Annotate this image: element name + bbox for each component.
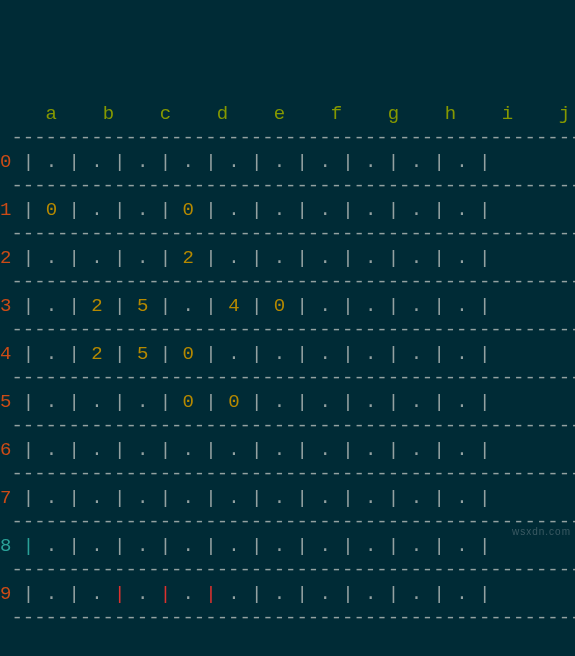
cell-i0[interactable]: . (411, 151, 422, 173)
cell-i4[interactable]: . (411, 343, 422, 365)
cell-c0[interactable]: . (137, 151, 148, 173)
cell-e0[interactable]: . (228, 151, 239, 173)
cell-a2[interactable]: . (46, 247, 57, 269)
cell-a5[interactable]: . (46, 391, 57, 413)
cell-c5[interactable]: . (137, 391, 148, 413)
cell-f4[interactable]: . (274, 343, 285, 365)
cell-b3[interactable]: 2 (91, 295, 102, 317)
cell-h6[interactable]: . (365, 439, 376, 461)
cell-b4[interactable]: 2 (91, 343, 102, 365)
cell-a6[interactable]: . (46, 439, 57, 461)
cell-b1[interactable]: . (91, 199, 102, 221)
cell-f2[interactable]: . (274, 247, 285, 269)
cell-d9[interactable]: . (183, 583, 194, 605)
cell-g0[interactable]: . (319, 151, 330, 173)
cell-g6[interactable]: . (319, 439, 330, 461)
cell-g1[interactable]: . (319, 199, 330, 221)
cell-c4[interactable]: 5 (137, 343, 148, 365)
cell-g9[interactable]: . (319, 583, 330, 605)
cell-h5[interactable]: . (365, 391, 376, 413)
cell-d0[interactable]: . (183, 151, 194, 173)
cell-e6[interactable]: . (228, 439, 239, 461)
cell-d2[interactable]: 2 (183, 247, 194, 269)
cell-a3[interactable]: . (46, 295, 57, 317)
cell-a1[interactable]: 0 (46, 199, 57, 221)
cell-i9[interactable]: . (411, 583, 422, 605)
cell-j6[interactable]: . (456, 439, 467, 461)
cell-a0[interactable]: . (46, 151, 57, 173)
cell-f5[interactable]: . (274, 391, 285, 413)
cell-e1[interactable]: . (228, 199, 239, 221)
cell-h9[interactable]: . (365, 583, 376, 605)
cell-h2[interactable]: . (365, 247, 376, 269)
cell-f7[interactable]: . (274, 487, 285, 509)
cell-f0[interactable]: . (274, 151, 285, 173)
cell-j0[interactable]: . (456, 151, 467, 173)
cell-i7[interactable]: . (411, 487, 422, 509)
cell-b8[interactable]: . (91, 535, 102, 557)
cell-c9[interactable]: . (137, 583, 148, 605)
cell-a9[interactable]: . (46, 583, 57, 605)
cell-g3[interactable]: . (319, 295, 330, 317)
cell-g8[interactable]: . (319, 535, 330, 557)
cell-j8[interactable]: . (456, 535, 467, 557)
cell-g7[interactable]: . (319, 487, 330, 509)
cell-f1[interactable]: . (274, 199, 285, 221)
cell-h8[interactable]: . (365, 535, 376, 557)
cell-b6[interactable]: . (91, 439, 102, 461)
cell-b9[interactable]: . (91, 583, 102, 605)
cell-c8[interactable]: . (137, 535, 148, 557)
cell-e3[interactable]: 4 (228, 295, 239, 317)
cell-d1[interactable]: 0 (183, 199, 194, 221)
cell-g2[interactable]: . (319, 247, 330, 269)
cell-j2[interactable]: . (456, 247, 467, 269)
cell-b5[interactable]: . (91, 391, 102, 413)
cell-d3[interactable]: . (183, 295, 194, 317)
cell-h0[interactable]: . (365, 151, 376, 173)
cell-f6[interactable]: . (274, 439, 285, 461)
cell-i5[interactable]: . (411, 391, 422, 413)
cell-j9[interactable]: . (456, 583, 467, 605)
cell-e9[interactable]: . (228, 583, 239, 605)
cell-j1[interactable]: . (456, 199, 467, 221)
cell-f8[interactable]: . (274, 535, 285, 557)
cell-d5[interactable]: 0 (183, 391, 194, 413)
cell-e5[interactable]: 0 (228, 391, 239, 413)
cell-j5[interactable]: . (456, 391, 467, 413)
cell-b2[interactable]: . (91, 247, 102, 269)
cell-a7[interactable]: . (46, 487, 57, 509)
cell-i1[interactable]: . (411, 199, 422, 221)
cell-i2[interactable]: . (411, 247, 422, 269)
cell-b0[interactable]: . (91, 151, 102, 173)
cell-h1[interactable]: . (365, 199, 376, 221)
cell-d4[interactable]: 0 (183, 343, 194, 365)
cell-h7[interactable]: . (365, 487, 376, 509)
cell-d8[interactable]: . (183, 535, 194, 557)
cell-e8[interactable]: . (228, 535, 239, 557)
cell-c3[interactable]: 5 (137, 295, 148, 317)
cell-e2[interactable]: . (228, 247, 239, 269)
cell-i6[interactable]: . (411, 439, 422, 461)
cell-g5[interactable]: . (319, 391, 330, 413)
cell-e4[interactable]: . (228, 343, 239, 365)
cell-j7[interactable]: . (456, 487, 467, 509)
cell-j4[interactable]: . (456, 343, 467, 365)
cell-e7[interactable]: . (228, 487, 239, 509)
cell-c1[interactable]: . (137, 199, 148, 221)
cell-d6[interactable]: . (183, 439, 194, 461)
cell-a4[interactable]: . (46, 343, 57, 365)
cell-b7[interactable]: . (91, 487, 102, 509)
cell-c6[interactable]: . (137, 439, 148, 461)
cell-f3[interactable]: 0 (274, 295, 285, 317)
cell-i8[interactable]: . (411, 535, 422, 557)
cell-f9[interactable]: . (274, 583, 285, 605)
cell-i3[interactable]: . (411, 295, 422, 317)
cell-c2[interactable]: . (137, 247, 148, 269)
cell-d7[interactable]: . (183, 487, 194, 509)
cell-g4[interactable]: . (319, 343, 330, 365)
cell-h4[interactable]: . (365, 343, 376, 365)
cell-j3[interactable]: . (456, 295, 467, 317)
cell-a8[interactable]: . (46, 535, 57, 557)
cell-c7[interactable]: . (137, 487, 148, 509)
cell-h3[interactable]: . (365, 295, 376, 317)
